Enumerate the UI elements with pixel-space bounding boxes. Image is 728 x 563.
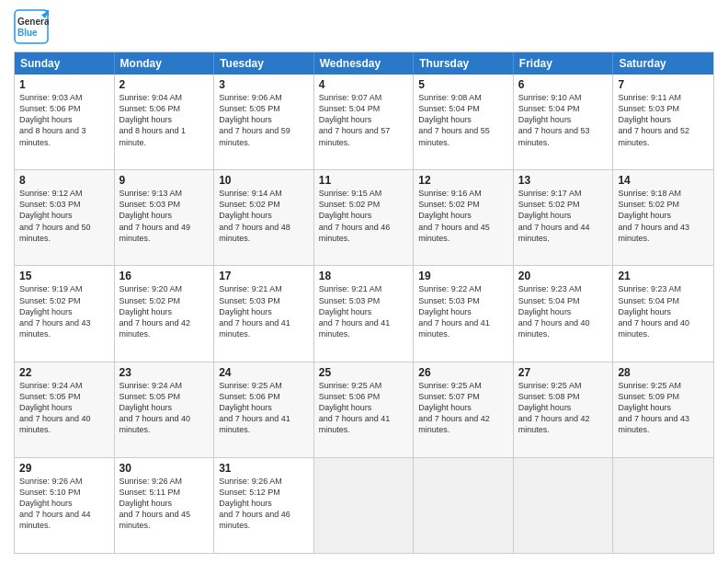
day-info: Sunrise: 9:17 AMSunset: 5:02 PMDaylight … bbox=[518, 189, 590, 243]
day-number: 28 bbox=[618, 366, 709, 379]
header-cell-friday: Friday bbox=[514, 52, 614, 75]
day-number: 21 bbox=[618, 270, 709, 282]
day-info: Sunrise: 9:26 AMSunset: 5:12 PMDaylight … bbox=[219, 477, 290, 531]
day-number: 19 bbox=[418, 270, 508, 282]
calendar-header: SundayMondayTuesdayWednesdayThursdayFrid… bbox=[15, 52, 713, 75]
header-cell-thursday: Thursday bbox=[414, 52, 514, 75]
day-number: 9 bbox=[119, 174, 210, 187]
day-info: Sunrise: 9:18 AMSunset: 5:02 PMDaylight … bbox=[618, 189, 689, 243]
day-cell-8: 8Sunrise: 9:12 AMSunset: 5:03 PMDaylight… bbox=[15, 170, 115, 265]
day-number: 10 bbox=[219, 174, 309, 187]
empty-cell bbox=[414, 458, 514, 553]
calendar-row-3: 15Sunrise: 9:19 AMSunset: 5:02 PMDayligh… bbox=[15, 265, 713, 361]
day-cell-4: 4Sunrise: 9:07 AMSunset: 5:04 PMDaylight… bbox=[314, 75, 415, 169]
day-cell-20: 20Sunrise: 9:23 AMSunset: 5:04 PMDayligh… bbox=[514, 266, 614, 361]
calendar-container: General Blue SundayMondayTuesdayWednesda… bbox=[0, 0, 728, 563]
day-info: Sunrise: 9:26 AMSunset: 5:10 PMDaylight … bbox=[19, 477, 91, 531]
logo-icon: General Blue bbox=[14, 9, 49, 44]
calendar-body: 1Sunrise: 9:03 AMSunset: 5:06 PMDaylight… bbox=[15, 75, 713, 553]
day-info: Sunrise: 9:24 AMSunset: 5:05 PMDaylight … bbox=[119, 381, 191, 435]
calendar-row-4: 22Sunrise: 9:24 AMSunset: 5:05 PMDayligh… bbox=[15, 362, 713, 457]
day-info: Sunrise: 9:14 AMSunset: 5:02 PMDaylight … bbox=[219, 189, 290, 243]
day-info: Sunrise: 9:25 AMSunset: 5:08 PMDaylight … bbox=[518, 381, 590, 435]
day-number: 13 bbox=[518, 174, 609, 187]
day-number: 12 bbox=[418, 174, 508, 187]
day-number: 29 bbox=[19, 462, 109, 475]
empty-cell bbox=[514, 458, 614, 553]
day-cell-16: 16Sunrise: 9:20 AMSunset: 5:02 PMDayligh… bbox=[115, 266, 215, 361]
day-info: Sunrise: 9:04 AMSunset: 5:06 PMDaylight … bbox=[119, 93, 187, 147]
day-cell-22: 22Sunrise: 9:24 AMSunset: 5:05 PMDayligh… bbox=[15, 362, 115, 457]
svg-text:General: General bbox=[17, 17, 49, 27]
day-number: 26 bbox=[418, 366, 508, 379]
day-number: 11 bbox=[319, 174, 409, 187]
day-number: 31 bbox=[219, 462, 309, 475]
day-cell-12: 12Sunrise: 9:16 AMSunset: 5:02 PMDayligh… bbox=[414, 170, 514, 265]
day-cell-25: 25Sunrise: 9:25 AMSunset: 5:06 PMDayligh… bbox=[314, 362, 415, 457]
day-info: Sunrise: 9:22 AMSunset: 5:03 PMDaylight … bbox=[418, 284, 490, 339]
day-cell-31: 31Sunrise: 9:26 AMSunset: 5:12 PMDayligh… bbox=[214, 458, 314, 553]
day-info: Sunrise: 9:08 AMSunset: 5:04 PMDaylight … bbox=[418, 93, 490, 147]
day-cell-7: 7Sunrise: 9:11 AMSunset: 5:03 PMDaylight… bbox=[613, 75, 713, 169]
day-number: 30 bbox=[119, 462, 210, 475]
day-number: 20 bbox=[518, 270, 609, 282]
day-info: Sunrise: 9:20 AMSunset: 5:02 PMDaylight … bbox=[119, 284, 191, 339]
day-cell-18: 18Sunrise: 9:21 AMSunset: 5:03 PMDayligh… bbox=[314, 266, 415, 361]
day-number: 5 bbox=[418, 78, 508, 91]
day-cell-6: 6Sunrise: 9:10 AMSunset: 5:04 PMDaylight… bbox=[514, 75, 614, 169]
day-cell-23: 23Sunrise: 9:24 AMSunset: 5:05 PMDayligh… bbox=[115, 362, 215, 457]
day-info: Sunrise: 9:10 AMSunset: 5:04 PMDaylight … bbox=[518, 93, 590, 147]
day-number: 3 bbox=[219, 78, 309, 91]
day-number: 16 bbox=[119, 270, 210, 282]
header-cell-sunday: Sunday bbox=[15, 52, 115, 75]
day-info: Sunrise: 9:11 AMSunset: 5:03 PMDaylight … bbox=[618, 93, 689, 147]
day-info: Sunrise: 9:23 AMSunset: 5:04 PMDaylight … bbox=[618, 284, 689, 339]
day-number: 25 bbox=[319, 366, 409, 379]
day-cell-21: 21Sunrise: 9:23 AMSunset: 5:04 PMDayligh… bbox=[613, 266, 713, 361]
day-cell-19: 19Sunrise: 9:22 AMSunset: 5:03 PMDayligh… bbox=[414, 266, 514, 361]
day-number: 14 bbox=[618, 174, 709, 187]
day-number: 17 bbox=[219, 270, 309, 282]
day-number: 2 bbox=[119, 78, 210, 91]
day-cell-1: 1Sunrise: 9:03 AMSunset: 5:06 PMDaylight… bbox=[15, 75, 115, 169]
day-number: 1 bbox=[19, 78, 109, 91]
day-info: Sunrise: 9:21 AMSunset: 5:03 PMDaylight … bbox=[319, 284, 391, 339]
day-info: Sunrise: 9:06 AMSunset: 5:05 PMDaylight … bbox=[219, 93, 290, 147]
day-cell-5: 5Sunrise: 9:08 AMSunset: 5:04 PMDaylight… bbox=[414, 75, 514, 169]
day-info: Sunrise: 9:03 AMSunset: 5:06 PMDaylight … bbox=[19, 93, 86, 147]
day-number: 7 bbox=[618, 78, 709, 91]
calendar-row-2: 8Sunrise: 9:12 AMSunset: 5:03 PMDaylight… bbox=[15, 169, 713, 265]
day-number: 23 bbox=[119, 366, 210, 379]
day-info: Sunrise: 9:24 AMSunset: 5:05 PMDaylight … bbox=[19, 381, 91, 435]
day-cell-2: 2Sunrise: 9:04 AMSunset: 5:06 PMDaylight… bbox=[115, 75, 215, 169]
day-info: Sunrise: 9:13 AMSunset: 5:03 PMDaylight … bbox=[119, 189, 191, 243]
day-cell-11: 11Sunrise: 9:15 AMSunset: 5:02 PMDayligh… bbox=[314, 170, 415, 265]
day-info: Sunrise: 9:26 AMSunset: 5:11 PMDaylight … bbox=[119, 477, 191, 531]
day-info: Sunrise: 9:21 AMSunset: 5:03 PMDaylight … bbox=[219, 284, 290, 339]
empty-cell bbox=[613, 458, 713, 553]
day-info: Sunrise: 9:12 AMSunset: 5:03 PMDaylight … bbox=[19, 189, 91, 243]
day-cell-24: 24Sunrise: 9:25 AMSunset: 5:06 PMDayligh… bbox=[214, 362, 314, 457]
day-info: Sunrise: 9:25 AMSunset: 5:09 PMDaylight … bbox=[618, 381, 689, 435]
day-cell-17: 17Sunrise: 9:21 AMSunset: 5:03 PMDayligh… bbox=[214, 266, 314, 361]
day-cell-27: 27Sunrise: 9:25 AMSunset: 5:08 PMDayligh… bbox=[514, 362, 614, 457]
day-cell-15: 15Sunrise: 9:19 AMSunset: 5:02 PMDayligh… bbox=[15, 266, 115, 361]
day-number: 15 bbox=[19, 270, 109, 282]
calendar-row-5: 29Sunrise: 9:26 AMSunset: 5:10 PMDayligh… bbox=[15, 457, 713, 553]
calendar-row-1: 1Sunrise: 9:03 AMSunset: 5:06 PMDaylight… bbox=[15, 75, 713, 169]
day-info: Sunrise: 9:25 AMSunset: 5:06 PMDaylight … bbox=[319, 381, 391, 435]
day-cell-13: 13Sunrise: 9:17 AMSunset: 5:02 PMDayligh… bbox=[514, 170, 614, 265]
day-number: 6 bbox=[518, 78, 609, 91]
day-cell-14: 14Sunrise: 9:18 AMSunset: 5:02 PMDayligh… bbox=[613, 170, 713, 265]
day-info: Sunrise: 9:15 AMSunset: 5:02 PMDaylight … bbox=[319, 189, 391, 243]
header-cell-monday: Monday bbox=[115, 52, 215, 75]
empty-cell bbox=[314, 458, 415, 553]
logo: General Blue bbox=[14, 9, 54, 44]
day-number: 27 bbox=[518, 366, 609, 379]
day-number: 18 bbox=[319, 270, 409, 282]
day-info: Sunrise: 9:25 AMSunset: 5:07 PMDaylight … bbox=[418, 381, 490, 435]
day-cell-26: 26Sunrise: 9:25 AMSunset: 5:07 PMDayligh… bbox=[414, 362, 514, 457]
day-info: Sunrise: 9:07 AMSunset: 5:04 PMDaylight … bbox=[319, 93, 391, 147]
day-cell-30: 30Sunrise: 9:26 AMSunset: 5:11 PMDayligh… bbox=[115, 458, 215, 553]
header-cell-wednesday: Wednesday bbox=[314, 52, 415, 75]
